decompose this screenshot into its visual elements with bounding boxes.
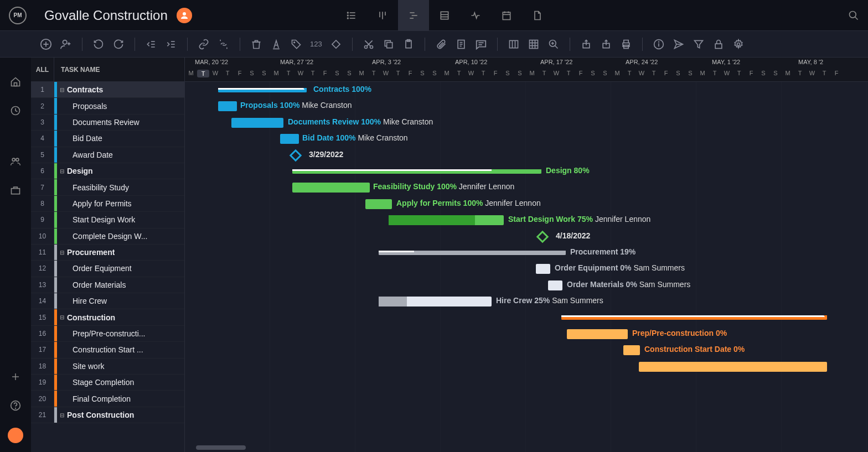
diamond-icon[interactable] [330, 38, 342, 50]
gantt-bar[interactable] [379, 251, 566, 255]
note-icon[interactable] [455, 38, 467, 50]
list-view-icon[interactable] [336, 0, 367, 31]
task-row[interactable]: 13Order Materials [31, 277, 184, 293]
search-icon[interactable] [848, 10, 859, 21]
add-icon[interactable] [40, 38, 52, 50]
task-row[interactable]: 19Stage Completion [31, 375, 184, 391]
gantt-bar[interactable] [231, 118, 283, 128]
task-row[interactable]: 15⊟Construction [31, 309, 184, 325]
briefcase-icon[interactable] [9, 184, 22, 197]
gantt-row [185, 407, 868, 423]
collapse-icon[interactable]: ⊟ [58, 168, 66, 174]
calendar-view-icon[interactable] [491, 0, 522, 31]
task-row[interactable]: 12Order Equipment [31, 261, 184, 277]
info-icon[interactable] [653, 38, 665, 50]
phase-color-bar [54, 391, 57, 406]
gantt-bar[interactable] [292, 169, 541, 174]
board-view-icon[interactable] [367, 0, 398, 31]
link-icon[interactable] [198, 38, 210, 50]
gantt-bar[interactable] [218, 101, 237, 111]
settings-icon[interactable] [732, 38, 745, 50]
file-view-icon[interactable] [522, 0, 553, 31]
gantt-bar[interactable] [536, 264, 550, 274]
task-row[interactable]: 1⊟Contracts [31, 82, 184, 98]
attachment-icon[interactable] [435, 38, 447, 50]
print-icon[interactable] [620, 38, 632, 50]
paste-icon[interactable] [402, 38, 415, 50]
cut-icon[interactable] [363, 38, 375, 50]
gantt-bar[interactable] [561, 315, 827, 320]
task-row[interactable]: 7Feasibility Study [31, 179, 184, 195]
task-row[interactable]: 18Site work [31, 359, 184, 375]
redo-icon[interactable] [112, 38, 125, 50]
task-row[interactable]: 16Prep/Pre-constructi... [31, 326, 184, 342]
indent-icon[interactable] [165, 38, 177, 50]
project-avatar[interactable] [177, 8, 192, 23]
outdent-icon[interactable] [145, 38, 157, 50]
logo-pm[interactable]: PM [9, 7, 27, 24]
comment-icon[interactable] [475, 38, 487, 50]
team-icon[interactable] [9, 155, 22, 168]
task-row[interactable]: 20Final Completion [31, 391, 184, 407]
undo-icon[interactable] [92, 38, 105, 50]
text-format-icon[interactable] [270, 38, 282, 50]
task-row[interactable]: 5Award Date [31, 147, 184, 163]
send-icon[interactable] [673, 38, 685, 50]
horizontal-scrollbar[interactable] [196, 445, 246, 450]
gantt-view-icon[interactable] [398, 0, 429, 31]
row-number: 17 [31, 342, 54, 357]
svg-point-5 [347, 15, 348, 16]
task-row[interactable]: 17Construction Start ... [31, 342, 184, 358]
gantt-bar[interactable] [567, 329, 628, 339]
milestone-marker[interactable] [536, 230, 549, 243]
delete-icon[interactable] [250, 38, 262, 50]
collapse-icon[interactable]: ⊟ [58, 250, 66, 256]
gantt-bar[interactable] [365, 199, 392, 209]
svg-rect-16 [503, 12, 510, 19]
col-name-header[interactable]: TASK NAME [54, 66, 100, 74]
col-all-header[interactable]: ALL [31, 58, 54, 81]
gantt-bar[interactable] [280, 134, 299, 144]
task-row[interactable]: 14Hire Crew [31, 293, 184, 309]
gantt-bar[interactable] [639, 362, 827, 372]
task-row[interactable]: 2Proposals [31, 98, 184, 114]
day-label: S [514, 70, 526, 76]
task-row[interactable]: 21⊟Post Construction [31, 407, 184, 423]
task-row[interactable]: 3Documents Review [31, 115, 184, 131]
zoom-icon[interactable] [547, 38, 560, 50]
tag-icon[interactable] [290, 38, 302, 50]
gantt-bar[interactable] [389, 215, 504, 225]
filter-icon[interactable] [693, 38, 705, 50]
gantt-body[interactable]: Contracts 100%Proposals 100% Mike Cranst… [185, 82, 868, 452]
task-row[interactable]: 8Apply for Permits [31, 196, 184, 212]
milestone-marker[interactable] [290, 149, 302, 162]
import-icon[interactable] [580, 38, 592, 50]
columns-icon[interactable] [508, 38, 520, 50]
recent-icon[interactable] [9, 104, 22, 117]
task-row[interactable]: 11⊟Procurement [31, 245, 184, 261]
collapse-icon[interactable]: ⊟ [58, 314, 66, 320]
grid-icon[interactable] [528, 38, 540, 50]
lock-icon[interactable] [712, 38, 725, 50]
collapse-icon[interactable]: ⊟ [58, 87, 66, 93]
help-icon[interactable] [9, 399, 22, 412]
task-row[interactable]: 9Start Design Work [31, 212, 184, 228]
gantt-bar[interactable] [548, 280, 562, 290]
user-avatar[interactable] [8, 428, 23, 443]
gantt-bar[interactable] [379, 297, 492, 306]
unlink-icon[interactable] [218, 38, 230, 50]
task-row[interactable]: 6⊟Design [31, 163, 184, 179]
add-user-icon[interactable] [60, 38, 72, 50]
task-row[interactable]: 10Complete Design W... [31, 228, 184, 245]
activity-view-icon[interactable] [460, 0, 491, 31]
gantt-bar[interactable] [218, 88, 307, 92]
sheet-view-icon[interactable] [429, 0, 460, 31]
add-nav-icon[interactable] [9, 370, 22, 383]
export-icon[interactable] [600, 38, 612, 50]
collapse-icon[interactable]: ⊟ [58, 412, 66, 418]
gantt-bar[interactable] [292, 183, 370, 193]
copy-icon[interactable] [383, 38, 395, 50]
home-icon[interactable] [9, 75, 22, 89]
task-row[interactable]: 4Bid Date [31, 131, 184, 147]
gantt-bar[interactable] [623, 345, 640, 355]
